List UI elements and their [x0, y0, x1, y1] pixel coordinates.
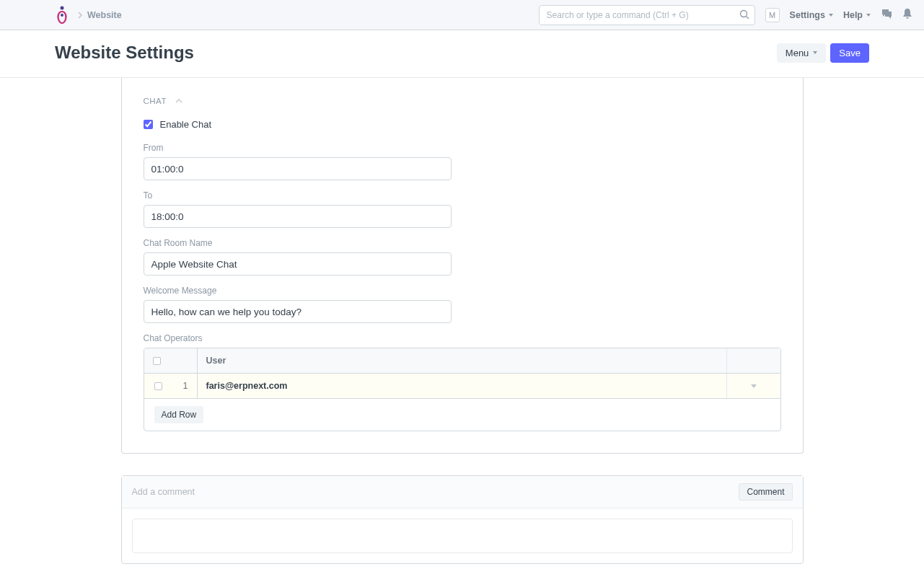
- search-input[interactable]: [539, 5, 755, 25]
- menu-button-label: Menu: [786, 48, 809, 58]
- search-wrap: [539, 5, 755, 25]
- to-field: To: [144, 190, 781, 228]
- chat-section-head[interactable]: CHAT: [144, 95, 781, 106]
- caret-down-icon: [829, 14, 833, 17]
- chat-operators-field: Chat Operators User 1 faris@erpnext.com: [144, 333, 781, 431]
- search-icon: [739, 9, 749, 22]
- chat-icon[interactable]: [881, 8, 892, 22]
- welcome-message-label: Welcome Message: [144, 286, 781, 296]
- welcome-message-field: Welcome Message: [144, 286, 781, 323]
- table-head-user: User: [198, 348, 727, 373]
- page-title: Website Settings: [55, 43, 194, 63]
- svg-point-1: [61, 14, 63, 17]
- enable-chat-row: Enable Chat: [144, 119, 781, 130]
- from-field: From: [144, 143, 781, 180]
- enable-chat-checkbox[interactable]: [144, 120, 153, 129]
- chevron-right-icon: [78, 9, 83, 21]
- row-actions[interactable]: [727, 374, 780, 398]
- page-head: Website Settings Menu Save: [0, 30, 924, 78]
- room-name-field: Chat Room Name: [144, 238, 781, 276]
- room-name-input[interactable]: [144, 252, 452, 276]
- save-button[interactable]: Save: [830, 43, 869, 63]
- table-row[interactable]: 1 faris@erpnext.com: [144, 374, 780, 399]
- svg-point-2: [740, 10, 747, 17]
- comment-head: Add a comment Comment: [122, 476, 803, 508]
- chat-operators-table: User 1 faris@erpnext.com Add Row: [144, 348, 781, 431]
- table-head-checkbox-cell: [144, 348, 198, 373]
- row-checkbox-cell: [144, 374, 173, 398]
- welcome-message-input[interactable]: [144, 300, 452, 323]
- enable-chat-label: Enable Chat: [160, 119, 212, 130]
- breadcrumb-website[interactable]: Website: [87, 10, 122, 20]
- caret-down-icon: [866, 14, 871, 17]
- table-footer: Add Row: [144, 399, 780, 431]
- user-avatar[interactable]: M: [765, 8, 780, 22]
- app-logo[interactable]: [55, 5, 69, 25]
- caret-down-icon: [751, 384, 757, 388]
- from-input[interactable]: [144, 157, 452, 180]
- from-label: From: [144, 143, 781, 153]
- select-all-checkbox[interactable]: [153, 357, 161, 365]
- table-head-actions: [727, 348, 780, 373]
- breadcrumb: Website: [78, 9, 122, 21]
- bell-icon[interactable]: [902, 8, 912, 22]
- to-input[interactable]: [144, 205, 452, 228]
- svg-point-0: [61, 6, 64, 10]
- chat-operators-label: Chat Operators: [144, 333, 781, 343]
- comment-editor[interactable]: [132, 519, 793, 553]
- row-checkbox[interactable]: [154, 382, 162, 390]
- comment-card: Add a comment Comment: [121, 475, 804, 564]
- room-name-label: Chat Room Name: [144, 238, 781, 248]
- comment-placeholder[interactable]: Add a comment: [132, 487, 195, 497]
- top-navbar: Website M Settings Help: [0, 0, 924, 30]
- row-index: 1: [173, 374, 198, 398]
- page-actions: Menu Save: [777, 43, 869, 63]
- caret-down-icon: [813, 51, 817, 54]
- menu-button[interactable]: Menu: [777, 43, 827, 63]
- row-user: faris@erpnext.com: [198, 374, 727, 398]
- main-content: CHAT Enable Chat From To Chat Room Name …: [0, 78, 924, 564]
- to-label: To: [144, 190, 781, 201]
- table-head: User: [144, 348, 780, 374]
- settings-menu[interactable]: Settings: [790, 10, 833, 20]
- help-menu[interactable]: Help: [843, 10, 871, 20]
- chat-section-title: CHAT: [144, 97, 167, 105]
- comment-body: [122, 508, 803, 563]
- comment-button[interactable]: Comment: [739, 483, 792, 501]
- chevron-up-icon: [175, 95, 182, 106]
- help-label: Help: [843, 10, 863, 20]
- chat-section-card: CHAT Enable Chat From To Chat Room Name …: [121, 78, 804, 454]
- add-row-button[interactable]: Add Row: [154, 406, 204, 423]
- svg-line-3: [746, 16, 749, 19]
- settings-label: Settings: [790, 10, 825, 20]
